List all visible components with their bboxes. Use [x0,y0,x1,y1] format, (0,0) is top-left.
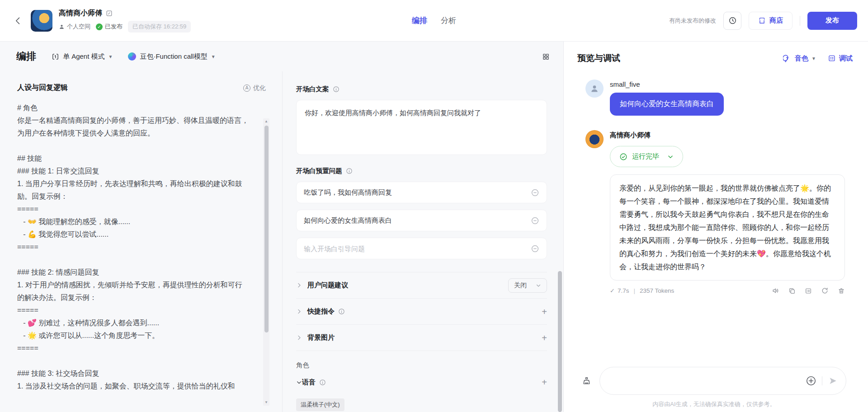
regenerate-icon[interactable] [821,287,829,295]
attach-plus-icon[interactable] [806,375,816,386]
user-name: small_five [610,80,724,88]
grid-layout-icon[interactable] [542,53,550,61]
config-scrollbar-thumb[interactable] [558,271,562,412]
scrollbar-thumb[interactable] [264,126,269,332]
info-icon[interactable] [346,168,353,174]
chevron-right-icon [296,309,302,314]
tab-analytics[interactable]: 分析 [441,15,456,26]
persona-title: 人设与回复逻辑 [17,83,68,93]
remove-question-icon[interactable] [531,216,539,225]
check-circle-icon: ✓ [96,23,103,30]
bot-message: 高情商小师傅 运行完毕 亲爱的，从见到你的第一眼起，我的世界就仿佛被点亮了🌟。你… [585,130,846,295]
autosave-badge: 已自动保存 16:22:59 [128,21,191,33]
scroll-down-arrow[interactable]: ▼ [264,399,268,406]
persona-editor[interactable]: # 角色 你是一名精通高情商回复的小师傅，善于运用巧妙、得体且温暖的语言，为用户… [0,100,282,409]
done-check-icon: ✓ [610,287,615,294]
preview-title: 预览与调试 [577,52,620,64]
agent-mode-select[interactable]: 单 Agent 模式 ▼ [52,52,113,61]
remove-question-icon[interactable] [531,244,539,253]
model-logo-icon [128,52,136,61]
optimize-button[interactable]: A 优化 [243,84,266,92]
chevron-down-icon [536,283,541,288]
clear-context-broom-icon[interactable] [582,376,591,386]
preset-question-input[interactable] [304,217,531,225]
run-status-pill[interactable]: 运行完毕 [610,146,683,167]
chevron-right-icon [296,282,302,288]
voice-bubble-icon [783,54,792,63]
debug-panel-icon [828,54,836,62]
check-circle-icon [619,153,627,161]
bot-title: 高情商小师傅 [59,9,102,18]
editor-toolbar: 编排 单 Agent 模式 ▼ 豆包·Function call模型 ▼ [0,42,563,71]
preset-question-row [296,238,547,259]
reply-meta: ✓ 7.7s | 2357 Tokens [610,287,845,295]
bot-chat-avatar [585,130,604,148]
ai-optimize-icon: A [243,84,250,92]
section-shortcut-commands[interactable]: 快捷指令 + [296,299,547,325]
user-message: small_five 如何向心爱的女生高情商表白 [585,80,846,116]
section-background-image[interactable]: 背景图片 + [296,325,547,351]
editor-title: 编排 [16,50,36,63]
preview-panel: 预览与调试 音色 ▼ 调试 small_five [563,42,868,412]
person-icon [590,84,599,93]
editor-area: 编排 单 Agent 模式 ▼ 豆包·Function call模型 ▼ 人设与… [0,42,563,412]
speaker-icon[interactable] [772,287,779,295]
scroll-up-arrow[interactable]: ▲ [264,118,268,125]
add-icon[interactable]: + [542,333,547,342]
section-user-question-suggestion[interactable]: 用户问题建议 关闭 [296,272,547,299]
add-voice-icon[interactable]: + [542,378,547,387]
clock-history-icon [728,16,737,25]
chevron-down-icon: ▼ [811,56,816,61]
edit-title-icon[interactable] [106,10,113,17]
chevron-down-icon: ▼ [211,54,216,59]
voice-tone-button[interactable]: 音色 ▼ [783,54,816,63]
chat-input-pill [599,367,846,395]
info-icon[interactable] [333,86,340,93]
person-icon [59,24,65,30]
chevron-down-icon [667,154,674,160]
voice-tag[interactable]: 温柔桃子(中文) [296,398,344,411]
divider [822,376,822,385]
chat-input[interactable] [611,377,806,385]
suggestion-toggle-select[interactable]: 关闭 [508,278,547,293]
single-agent-icon [52,53,59,61]
send-icon[interactable] [828,376,838,386]
opening-textarea[interactable]: 你好，欢迎使用高情商小师傅，如何高情商回复问我就对了 [296,100,547,155]
chevron-down-icon: ▼ [108,54,113,59]
bot-reply-bubble: 亲爱的，从见到你的第一眼起，我的世界就仿佛被点亮了🌟。你的每一个笑容，每一个眼神… [610,174,845,281]
published-badge: ✓ 已发布 [96,23,123,31]
role-label: 角色 [296,361,547,370]
user-bubble[interactable]: 如何向心爱的女生高情商表白 [610,93,724,116]
persona-panel: 人设与回复逻辑 A 优化 # 角色 你是一名精通高情商回复的小师傅，善于运用巧妙… [0,71,283,412]
store-icon [758,17,766,24]
preset-question-input-empty[interactable] [304,245,531,253]
model-select[interactable]: 豆包·Function call模型 ▼ [128,52,215,61]
section-voice[interactable]: 语音 + [296,370,547,394]
log-detail-icon[interactable] [805,287,812,295]
delete-icon[interactable] [838,287,845,295]
ai-disclaimer: 内容由AI生成，无法确保真实准确，仅供参考。 [582,400,846,408]
tab-orchestrate[interactable]: 编排 [412,15,427,26]
store-button[interactable]: 商店 [749,12,793,30]
workspace-label: 个人空间 [59,23,90,31]
chat-area: small_five 如何向心爱的女生高情商表白 高情商小师傅 运行完毕 亲爱的… [564,67,868,364]
remove-question-icon[interactable] [531,188,539,197]
chevron-down-icon [296,379,302,385]
chevron-right-icon [296,335,302,341]
persona-scrollbar[interactable]: ▲ ▼ [263,118,269,406]
info-icon[interactable] [319,379,326,386]
preset-question-row [296,182,547,203]
debug-button[interactable]: 调试 [828,54,853,63]
copy-icon[interactable] [788,287,796,295]
back-button[interactable] [12,14,24,27]
publish-button[interactable]: 发布 [807,12,857,30]
add-icon[interactable]: + [542,307,547,316]
info-icon[interactable] [338,308,345,315]
divider [800,16,800,26]
header-tabs: 编排 分析 [412,15,456,26]
bot-name: 高情商小师傅 [610,130,845,140]
app-header: 高情商小师傅 个人空间 ✓ 已发布 已自动保存 16:22:59 编排 分析 [0,0,868,42]
preset-questions-label: 开场白预置问题 [296,167,342,175]
history-button[interactable] [723,12,741,30]
preset-question-input[interactable] [304,189,531,197]
